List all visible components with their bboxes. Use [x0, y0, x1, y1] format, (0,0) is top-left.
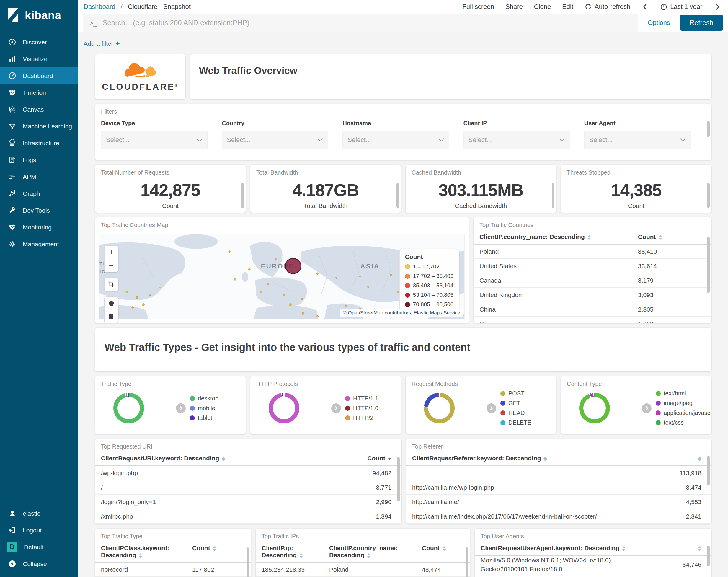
column-header-count[interactable] — [647, 455, 706, 462]
options-link[interactable]: Options — [648, 19, 670, 27]
donut-legend-item[interactable]: application/javascript — [656, 408, 711, 418]
sidebar-footer-logout[interactable]: Logout — [0, 522, 78, 538]
filter-select-device-type[interactable]: Select... — [101, 131, 208, 149]
column-header-count[interactable]: Count — [422, 545, 464, 552]
donut-legend-item[interactable]: tablet — [190, 413, 218, 423]
sort-icon[interactable] — [622, 546, 626, 551]
donut-legend-item[interactable]: text/css — [656, 418, 711, 428]
sort-icon[interactable] — [443, 546, 446, 551]
sort-icon[interactable] — [388, 458, 391, 460]
donut-legend-item[interactable]: text/html — [656, 388, 711, 398]
legend-expand-button[interactable] — [331, 403, 341, 413]
sidebar-item-canvas[interactable]: Canvas — [0, 101, 78, 118]
sidebar-item-apm[interactable]: APM — [0, 168, 78, 185]
map-fit-bounds-button[interactable] — [104, 278, 118, 291]
sidebar-item-infrastructure[interactable]: Infrastructure — [0, 135, 78, 151]
sidebar-item-timelion[interactable]: Timelion — [0, 84, 78, 101]
column-header-clientip-ip-descending[interactable]: ClientIP.ip: Descending — [262, 545, 329, 559]
scrollbar-thumb[interactable] — [707, 121, 710, 137]
sidebar-item-machine-learning[interactable]: Machine Learning — [0, 118, 78, 135]
scrollbar-thumb[interactable] — [397, 457, 400, 501]
column-header-clientrequesturi-keyword-descending[interactable]: ClientRequestURI.keyword: Descending — [101, 455, 338, 462]
sidebar-item-dev-tools[interactable]: Dev Tools — [0, 202, 78, 219]
legend-expand-button[interactable] — [642, 403, 652, 413]
scrollbar-thumb[interactable] — [396, 183, 399, 208]
kibana-logo[interactable]: kibana — [0, 0, 78, 31]
clone-button[interactable]: Clone — [534, 3, 551, 10]
add-filter-link[interactable]: Add a filter+ — [83, 39, 120, 48]
column-header-clientrequestuseragent-keyword-descending[interactable]: ClientRequestUserAgent.keyword: Descendi… — [480, 545, 651, 552]
filter-select-country[interactable]: Select... — [222, 131, 328, 149]
scrollbar-thumb[interactable] — [707, 546, 710, 567]
column-header-clientrequestreferer-keyword-descending[interactable]: ClientRequestReferer.keyword: Descending — [412, 455, 647, 462]
donut-chart[interactable] — [579, 393, 610, 423]
donut-chart[interactable] — [424, 393, 454, 423]
scrollbar-thumb[interactable] — [246, 548, 249, 577]
sort-icon[interactable] — [222, 456, 225, 461]
sort-icon[interactable] — [544, 456, 547, 461]
donut-legend-item[interactable]: HTTP/2 — [345, 413, 379, 423]
donut-legend-item[interactable]: GET — [500, 398, 531, 408]
sidebar-item-logs[interactable]: Logs — [0, 151, 78, 168]
donut-legend-item[interactable]: HEAD — [500, 408, 531, 418]
time-forward-button[interactable] — [713, 3, 721, 10]
sidebar-item-management[interactable]: Management — [0, 236, 78, 252]
sort-icon[interactable] — [367, 553, 370, 558]
donut-legend-item[interactable]: HTTP/1.1 — [345, 394, 379, 403]
map-polygon-select-button[interactable] — [104, 297, 118, 310]
sort-icon[interactable] — [139, 553, 142, 558]
map-rect-select-button[interactable] — [104, 310, 118, 323]
scrollbar-thumb[interactable] — [707, 456, 710, 485]
donut-chart[interactable] — [269, 393, 300, 423]
sidebar-item-dashboard[interactable]: Dashboard — [0, 67, 78, 84]
sidebar-footer-collapse[interactable]: Collapse — [0, 555, 78, 572]
refresh-button[interactable]: Refresh — [680, 15, 723, 31]
scrollbar-thumb[interactable] — [707, 183, 710, 208]
donut-legend-item[interactable]: desktop — [190, 394, 218, 403]
map-zoom-in-button[interactable]: + — [104, 246, 118, 259]
map-zoom-out-button[interactable]: − — [104, 259, 118, 272]
donut-legend-item[interactable]: image/jpeg — [656, 398, 711, 408]
sidebar-item-graph[interactable]: Graph — [0, 185, 78, 202]
filter-select-user-agent[interactable]: Select... — [584, 131, 691, 149]
donut-legend-item[interactable]: HTTP/1.0 — [345, 403, 379, 413]
breadcrumb-dashboard-link[interactable]: Dashboard — [83, 3, 115, 10]
world-map[interactable]: EUROPE ASIA TH IC + − — [99, 234, 465, 319]
map-attribution[interactable]: © OpenStreetMap contributors, Elastic Ma… — [340, 309, 463, 317]
donut-legend-item[interactable]: mobile — [190, 403, 218, 413]
filter-select-client-ip[interactable]: Select... — [464, 131, 570, 149]
sidebar-item-monitoring[interactable]: Monitoring — [0, 219, 78, 236]
sort-icon[interactable] — [698, 546, 701, 551]
legend-expand-button[interactable] — [176, 403, 186, 413]
scrollbar-thumb[interactable] — [552, 183, 554, 208]
scrollbar-thumb[interactable] — [466, 548, 468, 577]
column-header-count[interactable]: Count — [192, 545, 245, 552]
sort-icon[interactable] — [659, 235, 662, 240]
time-back-button[interactable] — [642, 3, 649, 10]
sidebar-item-visualize[interactable]: Visualize — [0, 50, 78, 67]
sort-icon[interactable] — [698, 456, 701, 461]
column-header-count[interactable] — [651, 545, 706, 552]
scrollbar-thumb[interactable] — [707, 237, 710, 293]
donut-chart[interactable] — [113, 393, 144, 423]
column-header-clientipclass-keyword-descending[interactable]: ClientIPClass.keyword: Descending — [101, 545, 192, 559]
filter-select-hostname[interactable]: Select... — [342, 131, 449, 149]
search-input[interactable]: >_ Search... (e.g. status:200 AND extens… — [83, 14, 638, 32]
sort-icon[interactable] — [300, 553, 303, 558]
sort-icon[interactable] — [588, 235, 591, 240]
edit-button[interactable]: Edit — [562, 3, 573, 10]
legend-expand-button[interactable] — [487, 403, 496, 413]
full-screen-button[interactable]: Full screen — [462, 3, 494, 10]
sidebar-footer-default[interactable]: DDefault — [0, 538, 78, 555]
sidebar-item-discover[interactable]: Discover — [0, 34, 78, 50]
time-picker[interactable]: Last 1 year — [660, 3, 702, 10]
share-button[interactable]: Share — [505, 3, 523, 10]
sort-icon[interactable] — [213, 546, 216, 551]
auto-refresh-button[interactable]: Auto-refresh — [584, 3, 630, 10]
sidebar-footer-elastic[interactable]: elastic — [0, 505, 78, 522]
donut-legend-item[interactable]: DELETE — [500, 418, 531, 428]
column-header-count[interactable]: Count — [638, 233, 706, 241]
donut-legend-item[interactable]: POST — [500, 388, 531, 398]
column-header-clientip-country-name-descending[interactable]: ClientIP.country_name: Descending — [329, 545, 422, 559]
column-header-count[interactable]: Count — [338, 455, 396, 462]
